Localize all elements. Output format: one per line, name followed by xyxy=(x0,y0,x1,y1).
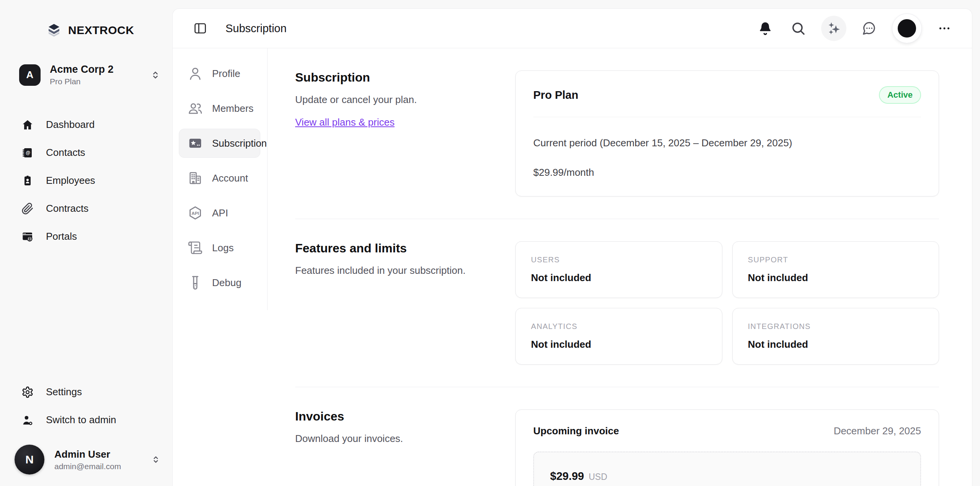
sidebar-item-settings[interactable]: Settings xyxy=(18,378,163,406)
plan-price: $29.99/month xyxy=(533,167,921,178)
sidebar-item-label: Portals xyxy=(46,231,77,242)
feature-card-users: USERS Not included xyxy=(515,241,722,298)
chevrons-up-down-icon xyxy=(151,455,161,465)
invoice-label: Upcoming invoice xyxy=(533,425,619,437)
tab-account[interactable]: Account xyxy=(179,164,260,193)
section-subtitle: Update or cancel your plan. xyxy=(295,94,515,106)
invoice-date: December 29, 2025 xyxy=(834,425,921,437)
feature-grid: USERS Not included SUPPORT Not included … xyxy=(515,241,939,365)
sidebar-item-dashboard[interactable]: Dashboard xyxy=(18,111,163,139)
chat-bubble-icon xyxy=(862,21,877,36)
sidebar-item-label: Contracts xyxy=(46,203,88,214)
section-divider xyxy=(295,387,939,387)
chat-button[interactable] xyxy=(859,18,879,38)
user-menu[interactable]: N Admin User admin@email.com xyxy=(15,445,161,475)
plan-card: Pro Plan Active Current period (December… xyxy=(515,70,939,196)
invoice-line-box: $29.99 USD 1 × Pro Plan (at $29.99 / mon… xyxy=(533,452,921,486)
sparkles-icon xyxy=(826,21,841,36)
section-subtitle: Features included in your subscription. xyxy=(295,265,515,277)
tab-api[interactable]: API API xyxy=(179,198,260,227)
tab-label: Logs xyxy=(212,242,234,254)
section-title: Invoices xyxy=(295,409,515,424)
brand-logo-icon xyxy=(46,22,62,38)
star-card-icon xyxy=(188,136,203,151)
plan-name: Pro Plan xyxy=(533,89,578,101)
ellipsis-icon xyxy=(938,21,951,35)
sidebar-item-label: Settings xyxy=(46,386,82,398)
home-icon xyxy=(21,119,34,131)
test-tube-icon xyxy=(188,275,203,290)
address-book-icon: @ xyxy=(21,147,34,159)
sidebar-item-portals[interactable]: Portals xyxy=(18,223,163,250)
features-section: Features and limits Features included in… xyxy=(295,241,939,365)
upcoming-invoice-card: Upcoming invoice December 29, 2025 $29.9… xyxy=(515,409,939,486)
feature-card-support: SUPPORT Not included xyxy=(732,241,939,298)
plan-period: Current period (December 15, 2025 – Dece… xyxy=(533,137,921,149)
sidebar-spacer xyxy=(0,250,172,378)
invoices-section: Invoices Download your invoices. Upcomin… xyxy=(295,409,939,486)
content: Subscription Update or cancel your plan.… xyxy=(268,48,972,486)
bell-icon xyxy=(758,21,773,36)
feature-value: Not included xyxy=(748,339,924,350)
search-button[interactable] xyxy=(788,18,808,38)
status-badge: Active xyxy=(879,86,921,104)
paperclip-icon xyxy=(21,203,34,215)
feature-card-analytics: ANALYTICS Not included xyxy=(515,308,722,365)
user-icon xyxy=(188,66,203,81)
tab-label: Members xyxy=(212,103,253,115)
main-panel: Subscription xyxy=(172,8,972,486)
feature-value: Not included xyxy=(748,272,924,284)
invoice-amount: $29.99 xyxy=(550,470,584,483)
id-badge-icon xyxy=(21,175,34,187)
account-avatar-button[interactable] xyxy=(892,14,921,43)
sidebar-item-label: Employees xyxy=(46,175,95,187)
tab-debug[interactable]: Debug xyxy=(179,268,260,297)
sidebar-item-label: Contacts xyxy=(46,147,85,159)
subscription-section: Subscription Update or cancel your plan.… xyxy=(295,70,939,196)
gear-icon xyxy=(21,386,34,398)
sidebar-item-switch-to-admin[interactable]: Switch to admin xyxy=(18,406,163,434)
avatar xyxy=(898,19,916,38)
svg-text:API: API xyxy=(191,211,199,216)
sidebar-item-employees[interactable]: Employees xyxy=(18,167,163,195)
tab-profile[interactable]: Profile xyxy=(179,59,260,88)
tab-label: Account xyxy=(212,172,248,184)
tab-label: API xyxy=(212,207,228,219)
tab-subscription[interactable]: Subscription xyxy=(179,129,260,158)
panel-left-icon xyxy=(193,21,207,35)
tab-logs[interactable]: Logs xyxy=(179,233,260,262)
sidebar-item-label: Dashboard xyxy=(46,119,95,131)
brand-logo: NEXTROCK xyxy=(46,22,172,38)
page-title: Subscription xyxy=(225,22,287,35)
view-plans-link[interactable]: View all plans & prices xyxy=(295,116,395,128)
scroll-icon xyxy=(188,240,203,255)
sidebar-item-contracts[interactable]: Contracts xyxy=(18,195,163,223)
feature-label: SUPPORT xyxy=(748,255,924,264)
api-hexagon-icon: API xyxy=(188,205,203,221)
primary-nav: Dashboard @ Contacts Employe xyxy=(18,111,163,250)
section-title: Features and limits xyxy=(295,241,515,255)
svg-text:@: @ xyxy=(26,150,30,155)
section-divider xyxy=(295,219,939,219)
ai-assistant-button[interactable] xyxy=(821,16,846,41)
feature-label: INTEGRATIONS xyxy=(748,322,924,331)
sidebar: NEXTROCK A Acme Corp 2 Pro Plan Dashboar… xyxy=(0,0,172,486)
feature-value: Not included xyxy=(531,272,707,284)
notifications-button[interactable] xyxy=(755,18,775,38)
tab-label: Debug xyxy=(212,277,242,289)
more-options-button[interactable] xyxy=(934,18,954,38)
feature-label: USERS xyxy=(531,255,707,264)
sidebar-toggle-button[interactable] xyxy=(190,18,210,38)
sidebar-footer-nav: Settings Switch to admin xyxy=(18,378,163,434)
sidebar-item-contacts[interactable]: @ Contacts xyxy=(18,139,163,167)
users-icon xyxy=(188,101,203,116)
browser-globe-icon xyxy=(21,231,34,243)
workspace-name: Acme Corp 2 xyxy=(50,64,114,75)
feature-value: Not included xyxy=(531,339,707,350)
tab-label: Profile xyxy=(212,68,240,80)
plan-divider xyxy=(533,117,921,117)
invoice-currency: USD xyxy=(589,472,608,482)
chevrons-up-down-icon xyxy=(150,70,161,80)
workspace-switcher[interactable]: A Acme Corp 2 Pro Plan xyxy=(19,64,161,86)
tab-members[interactable]: Members xyxy=(179,94,260,123)
